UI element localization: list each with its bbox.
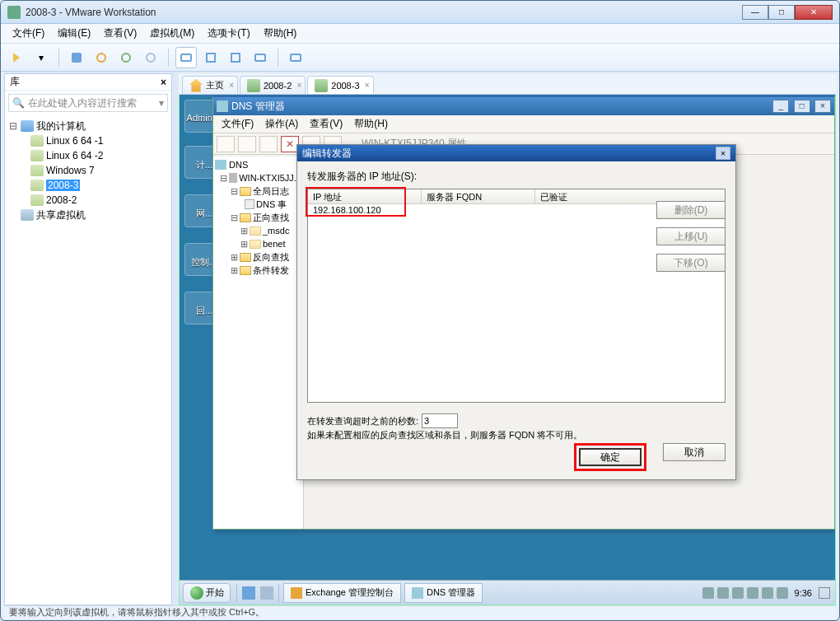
dns-app-icon: [217, 100, 228, 112]
power-dropdown[interactable]: ▾: [30, 47, 52, 68]
dns-tree-dns-events[interactable]: DNS 事: [215, 198, 301, 211]
dns-tree-msdc[interactable]: ⊞_msdc: [215, 224, 301, 237]
library-tree: ⊟我的计算机 Linux 6 64 -1 Linux 6 64 -2 Windo…: [5, 115, 171, 605]
col-fqdn-header[interactable]: 服务器 FQDN: [422, 189, 535, 203]
host-toolbar: ▾: [1, 44, 839, 72]
menu-tabs[interactable]: 选项卡(T): [203, 25, 254, 42]
library-title: 库: [10, 75, 20, 89]
tab-home[interactable]: 主页×: [182, 76, 238, 94]
taskbar-button-dns[interactable]: DNS 管理器: [404, 583, 483, 603]
dns-tool-up[interactable]: [259, 136, 278, 152]
thumbnail-view-button[interactable]: [200, 47, 222, 68]
library-search-input[interactable]: 🔍 在此处键入内容进行搜索 ▾: [8, 94, 168, 112]
vmware-window: 2008-3 - VMware Workstation — □ ✕ 文件(F) …: [0, 0, 840, 621]
tray-icon[interactable]: [747, 587, 758, 599]
host-maximize-button[interactable]: □: [768, 5, 795, 20]
show-desktop-button[interactable]: [819, 587, 830, 599]
taskbar-clock[interactable]: 9:36: [791, 588, 815, 598]
unity-button[interactable]: [225, 47, 246, 68]
dns-menu-help[interactable]: 帮助(H): [349, 115, 393, 133]
tray-icon[interactable]: [717, 587, 729, 599]
vmware-icon: [7, 6, 21, 19]
menu-vm[interactable]: 虚拟机(M): [145, 25, 199, 42]
console-view-button[interactable]: [175, 47, 197, 68]
dns-tree-fwd[interactable]: ⊟正向查找: [215, 211, 301, 224]
host-statusbar: 要将输入定向到该虚拟机，请将鼠标指针移入其中或按 Ctrl+G。: [4, 605, 836, 619]
quick-launch-icon[interactable]: [260, 586, 273, 600]
taskbar-button-exchange[interactable]: Exchange 管理控制台: [283, 583, 401, 603]
move-down-button[interactable]: 下移(O): [656, 254, 726, 272]
tree-my-computer[interactable]: ⊟我的计算机: [7, 119, 170, 133]
dns-tree-cond[interactable]: ⊞条件转发: [215, 264, 301, 277]
dns-icon: [412, 587, 423, 599]
dns-close-button[interactable]: ×: [814, 100, 831, 113]
menu-file[interactable]: 文件(F): [7, 25, 49, 42]
dns-menu-action[interactable]: 操作(A): [260, 115, 303, 133]
timeout-label: 在转发查询超时之前的秒数:: [307, 415, 418, 427]
tray-icon[interactable]: [777, 587, 788, 599]
tab-close-icon[interactable]: ×: [365, 81, 370, 90]
guest-taskbar: 开始 Exchange 管理控制台 DNS 管理器 9:36: [180, 580, 835, 605]
host-minimize-button[interactable]: —: [742, 5, 768, 20]
search-dropdown-icon[interactable]: ▾: [159, 97, 164, 109]
menu-help[interactable]: 帮助(H): [259, 25, 302, 42]
dns-maximize-button[interactable]: □: [794, 100, 810, 113]
tray-icon[interactable]: [702, 587, 714, 599]
tree-vm-item[interactable]: Windows 7: [7, 163, 170, 178]
dns-menu-file[interactable]: 文件(F): [217, 115, 259, 133]
edit-forwarders-dialog[interactable]: 编辑转发器 × 转发服务器的 IP 地址(S): IP 地址 服务器 FQDN …: [296, 144, 736, 480]
menu-edit[interactable]: 编辑(E): [53, 25, 96, 42]
tree-vm-item[interactable]: Linux 6 64 -2: [7, 148, 170, 163]
tray-icon[interactable]: [762, 587, 773, 599]
ok-button[interactable]: 确定: [579, 448, 642, 466]
dialog-titlebar[interactable]: 编辑转发器 ×: [297, 145, 735, 161]
power-on-button[interactable]: [6, 47, 27, 68]
tree-vm-item[interactable]: 2008-2: [7, 193, 170, 208]
dns-tool-back[interactable]: [217, 136, 235, 152]
library-close-button[interactable]: ×: [161, 77, 166, 88]
move-up-button[interactable]: 上移(U): [656, 227, 726, 245]
tree-vm-item-selected[interactable]: 2008-3: [7, 178, 170, 193]
host-titlebar[interactable]: 2008-3 - VMware Workstation — □ ✕: [1, 1, 839, 24]
dns-tool-forward[interactable]: [238, 136, 256, 152]
stretch-button[interactable]: [285, 47, 306, 68]
dns-titlebar[interactable]: DNS 管理器 _ □ ×: [213, 97, 834, 115]
snapshot-take-button[interactable]: [91, 47, 112, 68]
dns-tree-benet[interactable]: ⊞benet: [215, 237, 301, 250]
tree-shared-vms[interactable]: 共享虚拟机: [7, 208, 170, 222]
dialog-close-button[interactable]: ×: [716, 147, 730, 160]
tab-vm-active[interactable]: 2008-3×: [307, 76, 373, 94]
dns-tree-global[interactable]: ⊟全局日志: [215, 184, 301, 198]
tab-vm[interactable]: 2008-2×: [240, 76, 306, 94]
host-window-title: 2008-3 - VMware Workstation: [26, 7, 742, 18]
start-button[interactable]: 开始: [183, 583, 231, 603]
snapshot-manager-button[interactable]: [140, 47, 161, 68]
host-close-button[interactable]: ✕: [795, 5, 833, 20]
delete-button[interactable]: 删除(D): [656, 201, 726, 219]
menu-view[interactable]: 查看(V): [99, 25, 142, 42]
system-tray: 9:36: [698, 587, 835, 599]
dns-tree-server[interactable]: ⊟WIN-KTXI5JJ...: [215, 171, 301, 184]
snapshot-button[interactable]: [66, 47, 87, 68]
host-menubar: 文件(F) 编辑(E) 查看(V) 虚拟机(M) 选项卡(T) 帮助(H): [1, 24, 839, 44]
tray-icon[interactable]: [732, 587, 744, 599]
dns-tree-rev[interactable]: ⊞反向查找: [215, 250, 301, 264]
vm-tab-bar: 主页× 2008-2× 2008-3×: [179, 73, 836, 95]
quick-launch-icon[interactable]: [242, 586, 255, 600]
vm-icon: [247, 79, 260, 92]
tab-close-icon[interactable]: ×: [296, 81, 301, 90]
exchange-icon: [291, 587, 302, 599]
timeout-input[interactable]: [422, 413, 458, 428]
snapshot-revert-button[interactable]: [115, 47, 137, 68]
home-icon: [189, 79, 203, 92]
guest-screen[interactable]: Admini... 计... 网... 控制... 回... DNS 管理器 _…: [179, 95, 836, 605]
fullscreen-button[interactable]: [250, 47, 271, 68]
dns-minimize-button[interactable]: _: [772, 100, 789, 113]
tab-close-icon[interactable]: ×: [229, 81, 234, 90]
start-orb-icon: [190, 586, 203, 600]
tree-vm-item[interactable]: Linux 6 64 -1: [7, 133, 170, 148]
cancel-button[interactable]: 取消: [663, 443, 726, 461]
dns-tree-root[interactable]: DNS: [215, 158, 301, 171]
forwarders-label: 转发服务器的 IP 地址(S):: [307, 170, 726, 184]
dns-menu-view[interactable]: 查看(V): [305, 115, 348, 133]
